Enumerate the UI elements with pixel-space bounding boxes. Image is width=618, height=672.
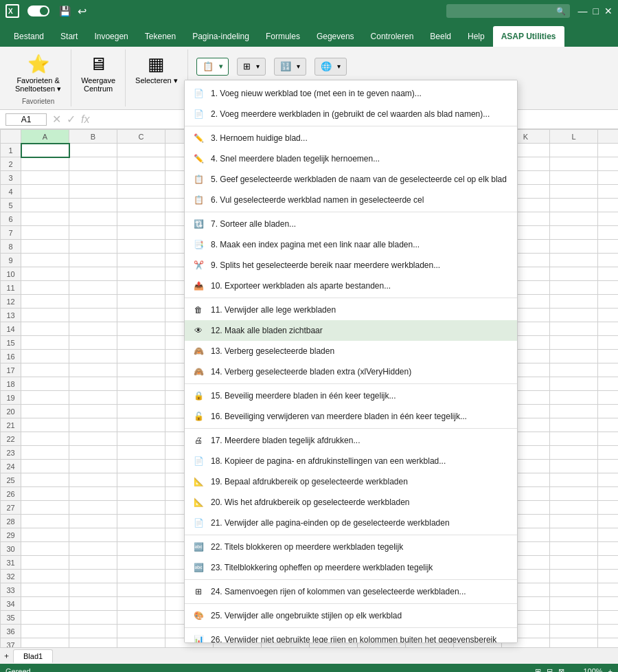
cell-C19[interactable] [117,391,165,405]
cell-M11[interactable] [598,281,619,295]
cell-C17[interactable] [117,363,165,377]
cell-M2[interactable] [598,157,619,171]
cell-B21[interactable] [69,418,117,432]
cell-C4[interactable] [117,185,165,199]
cell-M35[interactable] [598,611,619,625]
cell-M7[interactable] [598,226,619,240]
menu-item-12[interactable]: 👁12. Maak alle bladen zichtbaar [185,320,517,341]
menu-item-17[interactable]: 🖨17. Meerdere bladen tegelijk afdrukken.… [185,430,517,451]
cell-L33[interactable] [550,583,598,597]
col-header-C[interactable]: C [117,130,165,144]
view-layout-icon[interactable]: ⊟ [547,667,553,673]
cell-L20[interactable] [550,405,598,418]
cell-C14[interactable] [117,322,165,336]
cell-L9[interactable] [550,254,598,267]
cell-A14[interactable] [21,322,69,336]
cell-A20[interactable] [21,405,69,418]
cell-B22[interactable] [69,432,117,446]
cell-M8[interactable] [598,240,619,254]
cell-C18[interactable] [117,377,165,391]
undo-icon[interactable]: ↩ [78,5,87,18]
cell-B5[interactable] [69,199,117,212]
cell-M23[interactable] [598,446,619,460]
cell-L11[interactable] [550,281,598,295]
cell-M18[interactable] [598,377,619,391]
col-header-M[interactable]: M [598,130,619,144]
add-sheet-icon[interactable]: ＋ [3,651,10,661]
cell-L14[interactable] [550,322,598,336]
menu-item-21[interactable]: 📄21. Verwijder alle pagina-einden op de … [185,513,517,533]
cell-M14[interactable] [598,322,619,336]
cell-B11[interactable] [69,281,117,295]
cell-B13[interactable] [69,309,117,322]
view-break-icon[interactable]: ⊠ [558,667,564,673]
menu-item-26[interactable]: 📊26. Verwijder niet gebruikte lege rijen… [185,629,517,643]
cell-A35[interactable] [21,611,69,625]
cell-L34[interactable] [550,597,598,611]
cell-A10[interactable] [21,267,69,281]
cell-A19[interactable] [21,391,69,405]
cell-B6[interactable] [69,212,117,226]
cell-C1[interactable] [117,144,165,157]
cell-C10[interactable] [117,267,165,281]
menu-item-8[interactable]: 📑8. Maak een index pagina met een link n… [185,234,517,255]
cell-L12[interactable] [550,295,598,309]
bladen-button[interactable]: 📋 ▾ [196,58,229,76]
cell-M12[interactable] [598,295,619,309]
cell-L8[interactable] [550,240,598,254]
cell-C9[interactable] [117,254,165,267]
cell-C37[interactable] [117,638,165,648]
cell-B27[interactable] [69,501,117,515]
tab-beeld[interactable]: Beeld [422,26,459,47]
menu-item-22[interactable]: 🔤22. Titels blokkeren op meerdere werkbl… [185,537,517,557]
col-header-A[interactable]: A [21,130,69,144]
cell-M25[interactable] [598,473,619,487]
cell-M10[interactable] [598,267,619,281]
cell-A22[interactable] [21,432,69,446]
cell-A24[interactable] [21,460,69,473]
menu-item-13[interactable]: 🙈13. Verberg geselecteerde bladen [185,341,517,361]
cell-M16[interactable] [598,350,619,363]
cell-A16[interactable] [21,350,69,363]
cell-A13[interactable] [21,309,69,322]
menu-item-23[interactable]: 🔤23. Titelblokkering opheffen op meerder… [185,557,517,578]
cell-B31[interactable] [69,556,117,570]
cell-M17[interactable] [598,363,619,377]
web-button[interactable]: 🌐 ▾ [314,58,347,76]
cell-A8[interactable] [21,240,69,254]
cell-reference-input[interactable] [5,113,47,126]
close-icon[interactable]: ✕ [604,5,613,16]
cell-C13[interactable] [117,309,165,322]
cell-B15[interactable] [69,336,117,350]
cell-B26[interactable] [69,487,117,501]
cell-M31[interactable] [598,556,619,570]
cell-L15[interactable] [550,336,598,350]
cell-M30[interactable] [598,542,619,556]
zoom-in-icon[interactable]: + [608,667,613,672]
menu-item-5[interactable]: 📋5. Geef geselecteerde werkbladen de naa… [185,169,517,190]
cell-A37[interactable] [21,638,69,648]
tab-help[interactable]: Help [459,26,493,47]
cell-B7[interactable] [69,226,117,240]
cell-C29[interactable] [117,528,165,542]
cell-L3[interactable] [550,171,598,185]
cell-C15[interactable] [117,336,165,350]
cell-A32[interactable] [21,570,69,583]
cell-L6[interactable] [550,212,598,226]
kolommen-rijen-button[interactable]: ⊞ ▾ [237,58,266,76]
cell-C22[interactable] [117,432,165,446]
cell-B4[interactable] [69,185,117,199]
cell-M13[interactable] [598,309,619,322]
cell-C3[interactable] [117,171,165,185]
cell-A15[interactable] [21,336,69,350]
cell-A36[interactable] [21,625,69,638]
cell-A9[interactable] [21,254,69,267]
cell-M26[interactable] [598,487,619,501]
cell-A11[interactable] [21,281,69,295]
cell-A28[interactable] [21,515,69,528]
cell-B28[interactable] [69,515,117,528]
menu-item-2[interactable]: 📄2. Voeg meerdere werkbladen in (gebruik… [185,104,517,124]
cell-C30[interactable] [117,542,165,556]
cell-A18[interactable] [21,377,69,391]
cell-L1[interactable] [550,144,598,157]
